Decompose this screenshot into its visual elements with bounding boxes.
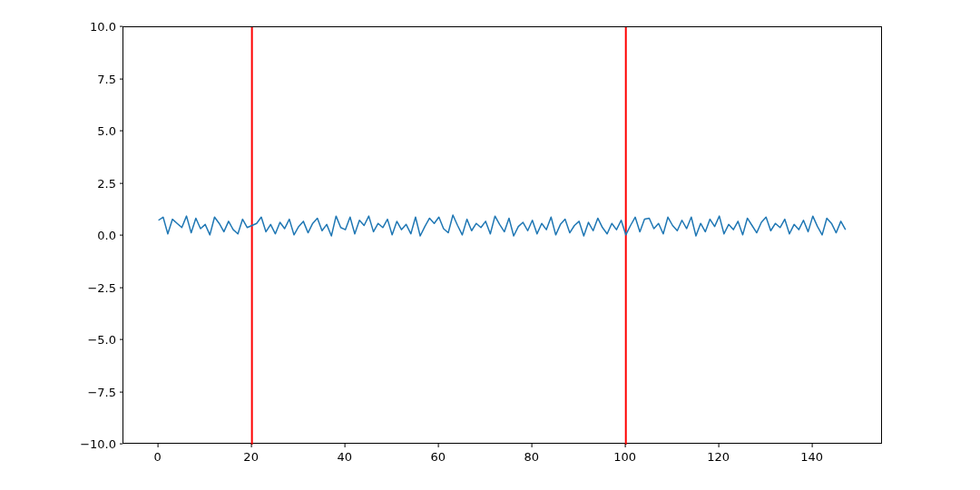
y-tick-mark <box>120 287 123 288</box>
x-tick-label: 120 <box>707 450 730 464</box>
x-tick-label: 40 <box>337 450 352 464</box>
y-tick-mark <box>120 131 123 132</box>
series-layer <box>159 215 846 236</box>
x-tick-label: 0 <box>153 450 161 464</box>
x-tick-mark <box>531 444 532 447</box>
y-tick-label: 5.0 <box>62 124 116 138</box>
x-tick-mark <box>437 444 438 447</box>
y-tick-mark <box>120 235 123 236</box>
y-tick-label: −7.5 <box>62 385 116 398</box>
y-tick-mark <box>120 182 123 183</box>
y-tick-label: −2.5 <box>62 280 116 294</box>
x-tick-mark <box>157 444 158 447</box>
line-series <box>159 215 846 236</box>
x-tick-label: 80 <box>524 450 539 464</box>
plot-axes <box>122 26 882 444</box>
y-tick-label: 10.0 <box>62 20 116 34</box>
figure: −10.0−7.5−5.0−2.50.02.55.07.510.0 020406… <box>0 0 980 490</box>
x-tick-mark <box>811 444 812 447</box>
x-tick-mark <box>250 444 251 447</box>
y-tick-mark <box>120 339 123 340</box>
x-tick-mark <box>344 444 345 447</box>
y-tick-label: 7.5 <box>62 72 116 85</box>
x-tick-mark <box>624 444 625 447</box>
y-tick-mark <box>120 78 123 79</box>
plot-svg <box>123 27 883 445</box>
x-tick-mark <box>718 444 719 447</box>
vline-layer <box>252 27 626 445</box>
y-tick-label: −10.0 <box>62 437 116 451</box>
y-tick-mark <box>120 26 123 27</box>
y-tick-mark <box>120 444 123 445</box>
y-tick-mark <box>120 391 123 392</box>
y-tick-label: −5.0 <box>62 333 116 347</box>
y-tick-label: 2.5 <box>62 176 116 190</box>
x-tick-label: 140 <box>800 450 823 464</box>
x-tick-label: 100 <box>613 450 636 464</box>
x-tick-label: 20 <box>243 450 259 464</box>
y-tick-label: 0.0 <box>62 229 116 242</box>
x-tick-label: 60 <box>430 450 446 464</box>
